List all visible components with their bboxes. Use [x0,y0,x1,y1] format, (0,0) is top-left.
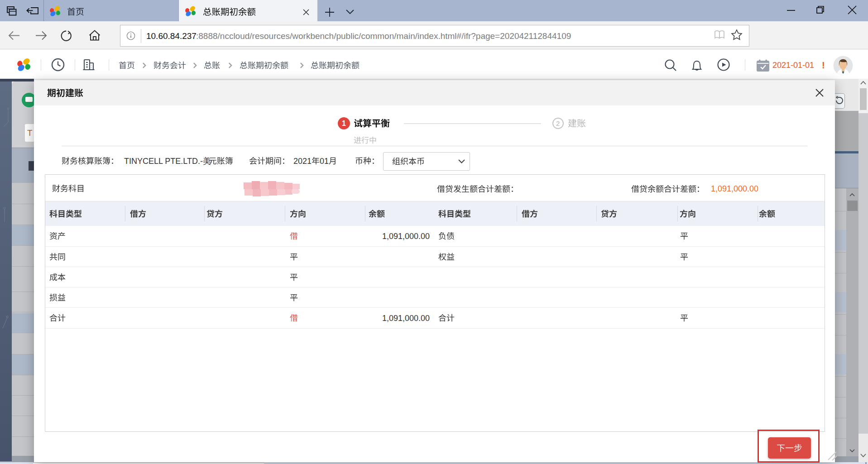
svg-text:1: 1 [342,120,346,127]
svg-text:1,091,000.00: 1,091,000.00 [711,184,758,193]
svg-text:2021-01-01: 2021-01-01 [772,61,814,70]
svg-text:TINYCELL PTE.LTD.-美: TINYCELL PTE.LTD.-美 [124,157,211,166]
svg-text:!: ! [822,60,825,70]
svg-text:T: T [27,128,33,138]
svg-text::8888/nccloud/resources/workbe: :8888/nccloud/resources/workbench/public… [196,31,571,41]
svg-text:2021: 2021 [293,157,312,166]
svg-text:01: 01 [320,157,329,166]
svg-text:1,091,000.00: 1,091,000.00 [382,232,430,241]
svg-text:2: 2 [556,120,560,127]
svg-text:10.60.84.237: 10.60.84.237 [146,31,197,41]
svg-text:1,091,000.00: 1,091,000.00 [382,313,430,322]
